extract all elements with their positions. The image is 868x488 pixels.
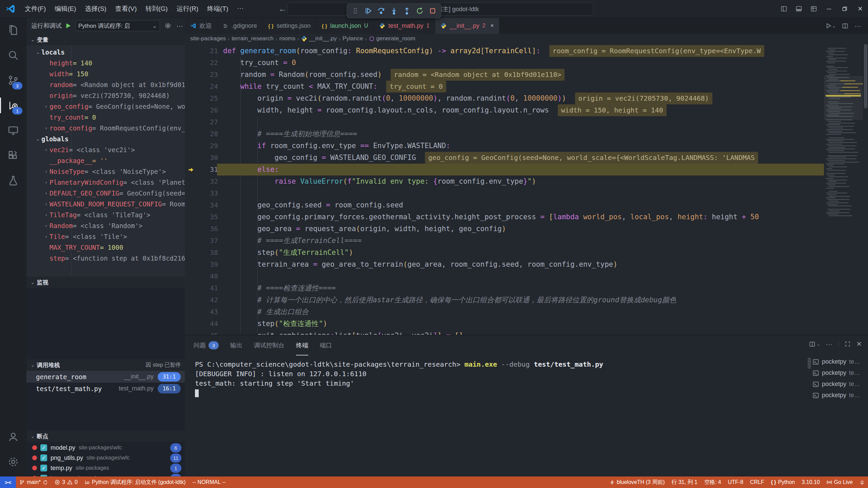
activity-testing[interactable] xyxy=(0,168,26,193)
activity-extensions[interactable] xyxy=(0,143,26,168)
menu-item[interactable]: 查看(V) xyxy=(111,2,141,15)
variable-row[interactable]: try_count = 0 xyxy=(26,112,185,123)
activity-settings-gear[interactable] xyxy=(0,449,26,474)
toggle-sidebar-icon[interactable] xyxy=(776,0,791,18)
panel-tab-问题[interactable]: 问题3 xyxy=(194,335,219,355)
variable-row[interactable]: __package__ = '' xyxy=(26,155,185,166)
variable-group[interactable]: ⌄locals xyxy=(26,47,185,58)
variable-row[interactable]: ›room_config = RoomRequestConfig(env_t… xyxy=(26,123,185,134)
toggle-panel-icon[interactable] xyxy=(791,0,806,18)
activity-search[interactable] xyxy=(0,43,26,68)
step-out-icon[interactable] xyxy=(401,5,413,17)
breadcrumb-item[interactable]: generate_room xyxy=(369,35,415,42)
variable-row[interactable]: ›NoiseType = <class 'NoiseType'> xyxy=(26,166,185,177)
maximize-button[interactable] xyxy=(837,0,852,18)
minimize-button[interactable]: ─ xyxy=(821,0,837,18)
continue-icon[interactable] xyxy=(362,5,374,17)
terminal-instance[interactable]: pocketpyte… xyxy=(812,356,863,367)
variable-row[interactable]: ›geo_config = GeoConfig(seed=None, wor… xyxy=(26,101,185,112)
status-item-CRLF[interactable]: CRLF xyxy=(747,476,768,488)
variable-row[interactable]: width = 150 xyxy=(26,68,185,79)
activity-remote-explorer[interactable] xyxy=(0,118,26,143)
debug-config-select[interactable]: Python 调试程序: 启 ⌄ xyxy=(75,20,160,31)
step-into-icon[interactable] xyxy=(388,5,400,17)
breadcrumb-item[interactable]: __init__.py xyxy=(301,35,337,42)
stop-icon[interactable] xyxy=(427,5,438,17)
status-item--4[interactable]: 空格: 4 xyxy=(701,476,725,488)
menu-item[interactable]: 运行(R) xyxy=(172,2,203,15)
variable-group[interactable]: ⌄globals xyxy=(26,134,185,144)
variable-row[interactable]: ›vec2i = <class 'vec2i'> xyxy=(26,144,185,155)
breakpoint-row[interactable]: ✓temp.pysite-packages58 xyxy=(26,473,185,476)
breakpoint-checkbox[interactable]: ✓ xyxy=(40,465,47,471)
menu-item[interactable]: 文件(F) xyxy=(20,2,50,15)
variable-row[interactable]: ›PlanetaryWindConfig = <class 'Planeta… xyxy=(26,177,185,188)
variable-row[interactable]: ›Random = <class 'Random'> xyxy=(26,220,185,231)
section-breakpoints[interactable]: ⌄断点 xyxy=(26,430,185,442)
editor-more-icon[interactable]: ··· xyxy=(854,22,861,30)
activity-explorer[interactable] xyxy=(0,18,26,43)
split-editor-icon[interactable] xyxy=(842,23,848,29)
breadcrumb-item[interactable]: terrain_research xyxy=(232,35,274,42)
variable-row[interactable]: ›WASTELAND_ROOM_REQUEST_CONFIG = RoomR… xyxy=(26,199,185,209)
menu-item[interactable]: 转到(G) xyxy=(141,2,172,15)
tab-.gdignore[interactable]: .gdignore xyxy=(217,18,263,34)
terminal-instance[interactable]: pocketpyte… xyxy=(812,367,863,379)
tab-test_math.py[interactable]: test_math.py1 xyxy=(374,18,435,34)
section-call-stack[interactable]: ⌄调用堆栈因 step 已暂停 xyxy=(26,359,185,371)
status-item-Go-Live[interactable]: Go Live xyxy=(823,476,856,488)
menu-item[interactable]: ··· xyxy=(233,2,248,15)
restart-icon[interactable] xyxy=(414,5,426,17)
breadcrumb-item[interactable]: rooms xyxy=(279,35,295,42)
menu-item[interactable]: 终端(T) xyxy=(203,2,233,15)
panel-scrollbar[interactable] xyxy=(808,358,811,369)
variable-row[interactable]: origin = vec2i(7205730, 9024468) xyxy=(26,90,185,101)
breakpoint-checkbox[interactable]: ✓ xyxy=(40,454,47,461)
tab--[interactable]: 欢迎 xyxy=(185,18,217,34)
variable-row[interactable]: step = <function step at 0x1bf8cd216d xyxy=(26,253,185,264)
status-item-Python[interactable]: { }Python xyxy=(768,476,798,488)
debug-gear-icon[interactable] xyxy=(164,22,172,29)
variable-row[interactable]: ›Tile = <class 'Tile'> xyxy=(26,231,185,242)
tab-__init__.py[interactable]: __init__.py2× xyxy=(435,18,499,34)
section-watch[interactable]: ⌄监视 xyxy=(26,277,185,288)
breadcrumb-item[interactable]: Pylance xyxy=(342,35,363,42)
activity-run-debug[interactable]: 1 xyxy=(0,93,26,118)
editor-scrollbar[interactable] xyxy=(863,43,868,335)
status-item-blueloveTH-3-[interactable]: blueloveTH (3 周前) xyxy=(606,476,668,488)
close-button[interactable]: ✕ xyxy=(852,0,868,18)
breadcrumb-item[interactable]: site-packages xyxy=(190,35,226,42)
more-actions-icon[interactable]: ··· xyxy=(176,22,183,30)
terminal-output[interactable]: PS C:\computer_science\godot-ldtk\site-p… xyxy=(195,360,809,471)
terminal-instance[interactable]: pocketpyte… xyxy=(812,379,863,390)
tab-launch.json[interactable]: { }launch.jsonU xyxy=(316,18,374,34)
split-terminal-icon[interactable]: ⌄ xyxy=(809,341,820,347)
status-item--NORMAL-[interactable]: -- NORMAL -- xyxy=(189,476,229,488)
close-icon[interactable]: × xyxy=(490,22,494,29)
menu-item[interactable]: 编辑(E) xyxy=(50,2,80,15)
status-item-main-[interactable]: main* xyxy=(16,476,51,488)
customize-layout-icon[interactable] xyxy=(806,0,821,18)
status-item-UTF-8[interactable]: UTF-8 xyxy=(725,476,747,488)
activity-source-control[interactable]: 3 xyxy=(0,68,26,93)
panel-tab-输出[interactable]: 输出 xyxy=(230,335,242,355)
menu-item[interactable]: 选择(S) xyxy=(81,2,111,15)
status-item-bell[interactable] xyxy=(856,476,868,488)
variable-row[interactable]: ›DEFAULT_GEO_CONFIG = GeoConfig(seed=1… xyxy=(26,188,185,199)
status-item-3-10-10[interactable]: 3.10.10 xyxy=(798,476,823,488)
breakpoint-row[interactable]: ✓temp.pysite-packages1 xyxy=(26,463,185,473)
panel-more-icon[interactable]: ··· xyxy=(826,340,832,348)
terminal-instance[interactable]: pocketpyte… xyxy=(812,390,863,401)
run-python-icon[interactable]: ⌄ xyxy=(825,22,836,29)
variable-row[interactable]: MAX_TRY_COUNT = 1000 xyxy=(26,242,185,253)
section-variables[interactable]: ⌄变量 xyxy=(26,34,185,45)
variable-row[interactable]: height = 140 xyxy=(26,58,185,68)
breakpoint-row[interactable]: ✓png_utils.pysite-packages\wfc11 xyxy=(26,453,185,463)
nav-back-icon[interactable]: ← xyxy=(278,4,287,14)
call-stack-frame[interactable]: test/test_math.pytest_math.py16:1 xyxy=(26,383,185,394)
breakpoint-row[interactable]: ✓model.pysite-packages\wfc6 xyxy=(26,443,185,453)
panel-tab-调试控制台[interactable]: 调试控制台 xyxy=(254,335,284,355)
minimap[interactable] xyxy=(824,43,863,335)
status-item--31-1[interactable]: 行 31, 列 1 xyxy=(668,476,701,488)
start-debug-icon[interactable] xyxy=(64,22,72,29)
